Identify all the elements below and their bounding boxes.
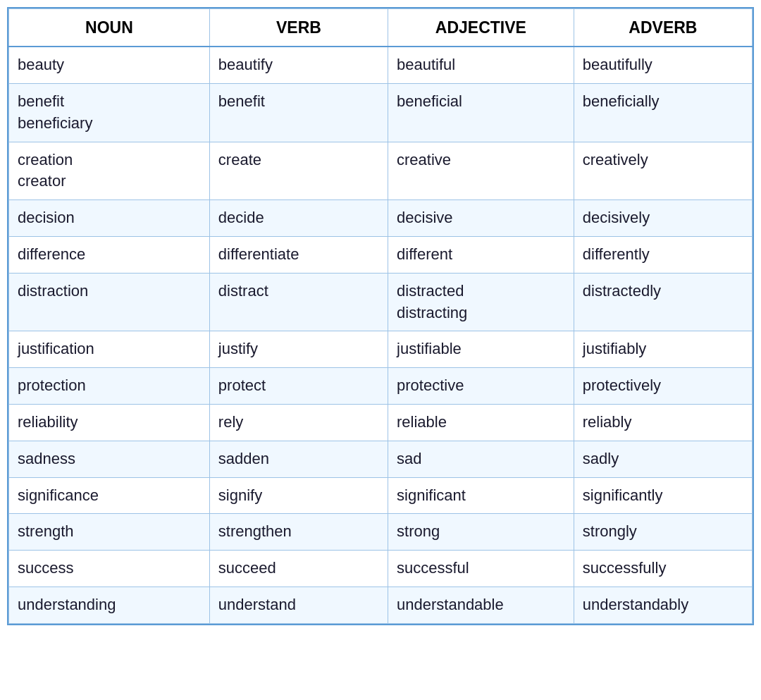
cell-noun: decision xyxy=(9,200,210,237)
table-row: differencedifferentiatedifferentdifferen… xyxy=(9,236,753,273)
cell-noun: benefitbeneficiary xyxy=(9,83,210,142)
cell-noun: reliability xyxy=(9,404,210,441)
cell-adverb: beneficially xyxy=(574,83,752,142)
cell-adverb: successfully xyxy=(574,551,752,587)
cell-adjective: beautiful xyxy=(388,47,574,83)
cell-verb: rely xyxy=(209,404,388,441)
table-row: protectionprotectprotectiveprotectively xyxy=(9,368,753,405)
table-row: decisiondecidedecisivedecisively xyxy=(9,200,753,237)
cell-adverb: strongly xyxy=(574,514,752,551)
cell-noun: sadness xyxy=(9,441,210,477)
cell-verb: beautify xyxy=(209,47,388,83)
cell-verb: differentiate xyxy=(209,236,388,273)
cell-verb: distract xyxy=(209,273,388,331)
table-row: benefitbeneficiarybenefitbeneficialbenef… xyxy=(9,83,753,142)
cell-noun: protection xyxy=(9,368,210,405)
header-adverb: ADVERB xyxy=(574,9,752,47)
header-adjective: ADJECTIVE xyxy=(388,9,574,47)
cell-adjective: understandable xyxy=(388,587,574,623)
cell-adjective: different xyxy=(388,236,574,273)
cell-adverb: distractedly xyxy=(574,273,752,331)
cell-adjective: distracteddistracting xyxy=(388,273,574,331)
table-row: sadnesssaddensadsadly xyxy=(9,441,753,477)
cell-noun: beauty xyxy=(9,47,210,83)
cell-verb: justify xyxy=(209,331,388,368)
header-noun: NOUN xyxy=(9,9,210,47)
cell-noun: creationcreator xyxy=(9,142,210,200)
table-row: significancesignifysignificantsignifican… xyxy=(9,477,753,514)
cell-adverb: beautifully xyxy=(574,47,752,83)
cell-noun: distraction xyxy=(9,273,210,331)
cell-adverb: reliably xyxy=(574,404,752,441)
cell-adverb: significantly xyxy=(574,477,752,514)
cell-adjective: beneficial xyxy=(388,83,574,142)
cell-adjective: justifiable xyxy=(388,331,574,368)
cell-verb: strengthen xyxy=(209,514,388,551)
cell-noun: strength xyxy=(9,514,210,551)
cell-verb: benefit xyxy=(209,83,388,142)
table-row: beautybeautifybeautifulbeautifully xyxy=(9,47,753,83)
table-row: strengthstrengthenstrongstrongly xyxy=(9,514,753,551)
cell-verb: create xyxy=(209,142,388,200)
cell-verb: signify xyxy=(209,477,388,514)
cell-adjective: decisive xyxy=(388,200,574,237)
cell-adverb: understandably xyxy=(574,587,752,623)
cell-verb: decide xyxy=(209,200,388,237)
cell-adverb: decisively xyxy=(574,200,752,237)
table-row: understandingunderstandunderstandableund… xyxy=(9,587,753,623)
word-forms-table: NOUN VERB ADJECTIVE ADVERB beautybeautif… xyxy=(7,7,754,625)
cell-adjective: creative xyxy=(388,142,574,200)
table-row: distractiondistractdistracteddistracting… xyxy=(9,273,753,331)
table-row: justificationjustifyjustifiablejustifiab… xyxy=(9,331,753,368)
cell-verb: sadden xyxy=(209,441,388,477)
header-verb: VERB xyxy=(209,9,388,47)
cell-verb: understand xyxy=(209,587,388,623)
cell-noun: understanding xyxy=(9,587,210,623)
cell-noun: success xyxy=(9,551,210,587)
cell-adjective: reliable xyxy=(388,404,574,441)
cell-adjective: significant xyxy=(388,477,574,514)
cell-noun: difference xyxy=(9,236,210,273)
table-row: creationcreatorcreatecreativecreatively xyxy=(9,142,753,200)
table-row: successsucceedsuccessfulsuccessfully xyxy=(9,551,753,587)
cell-verb: succeed xyxy=(209,551,388,587)
cell-adjective: strong xyxy=(388,514,574,551)
cell-adverb: protectively xyxy=(574,368,752,405)
cell-adjective: protective xyxy=(388,368,574,405)
table-row: reliabilityrelyreliablereliably xyxy=(9,404,753,441)
cell-noun: justification xyxy=(9,331,210,368)
cell-adjective: sad xyxy=(388,441,574,477)
cell-adverb: justifiably xyxy=(574,331,752,368)
cell-adjective: successful xyxy=(388,551,574,587)
cell-adverb: differently xyxy=(574,236,752,273)
cell-verb: protect xyxy=(209,368,388,405)
cell-adverb: creatively xyxy=(574,142,752,200)
cell-adverb: sadly xyxy=(574,441,752,477)
cell-noun: significance xyxy=(9,477,210,514)
